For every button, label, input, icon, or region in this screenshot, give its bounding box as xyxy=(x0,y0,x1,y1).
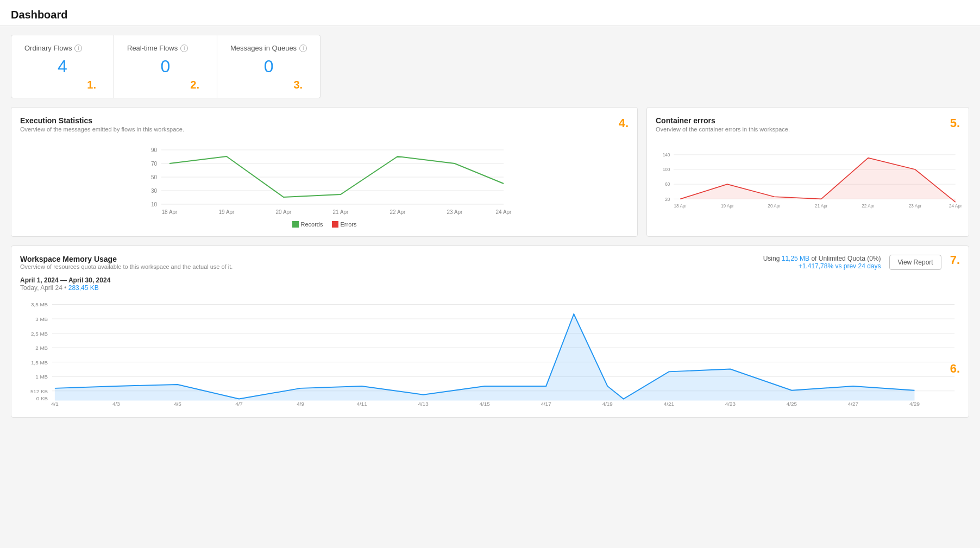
memory-chart-annotation: 6. xyxy=(950,362,960,376)
svg-text:4/13: 4/13 xyxy=(418,401,429,407)
svg-text:4/1: 4/1 xyxy=(51,401,59,407)
realtime-flows-label: Real-time Flows i xyxy=(127,44,204,52)
svg-text:4/21: 4/21 xyxy=(664,401,674,407)
svg-text:1 MB: 1 MB xyxy=(35,374,48,380)
memory-subtitle: Overview of resources quota available to… xyxy=(20,263,233,270)
memory-title: Workspace Memory Usage xyxy=(20,255,233,263)
execution-chart-title: Execution Statistics xyxy=(20,116,184,125)
stats-row: Ordinary Flows i 4 1. Real-time Flows i … xyxy=(11,35,969,98)
charts-row: Execution Statistics Overview of the mes… xyxy=(11,107,969,237)
container-errors-card: Container errors Overview of the contain… xyxy=(646,107,969,237)
legend-errors: Errors xyxy=(332,221,357,228)
svg-text:90: 90 xyxy=(151,147,158,153)
realtime-flows-value: 0 xyxy=(127,56,204,77)
svg-text:24 Apr: 24 Apr xyxy=(949,204,962,209)
svg-text:19 Apr: 19 Apr xyxy=(721,204,734,209)
legend-records: Records xyxy=(292,221,323,228)
svg-marker-25 xyxy=(680,158,955,203)
svg-text:4/29: 4/29 xyxy=(909,401,920,407)
ordinary-flows-card: Ordinary Flows i 4 1. xyxy=(11,35,114,98)
svg-text:60: 60 xyxy=(665,182,670,187)
svg-text:4/5: 4/5 xyxy=(174,401,181,407)
svg-text:4/17: 4/17 xyxy=(541,401,551,407)
container-errors-title: Container errors xyxy=(656,116,790,125)
svg-text:22 Apr: 22 Apr xyxy=(862,204,875,209)
page-title: Dashboard xyxy=(11,9,969,21)
svg-text:512 KB: 512 KB xyxy=(30,388,48,394)
svg-text:10: 10 xyxy=(151,201,158,207)
svg-marker-48 xyxy=(55,314,915,400)
messages-queues-label: Messages in Queues i xyxy=(230,44,307,52)
memory-usage-card: Workspace Memory Usage Overview of resou… xyxy=(11,245,969,418)
memory-annotation-7: 7. xyxy=(950,253,960,267)
realtime-flows-card: Real-time Flows i 0 2. xyxy=(114,35,217,98)
svg-text:140: 140 xyxy=(663,153,670,158)
container-errors-subtitle: Overview of the container errors in this… xyxy=(656,126,790,133)
main-content: Ordinary Flows i 4 1. Real-time Flows i … xyxy=(0,26,980,426)
svg-text:21 Apr: 21 Apr xyxy=(815,204,828,209)
svg-text:18 Apr: 18 Apr xyxy=(162,209,178,215)
svg-text:20: 20 xyxy=(665,197,670,202)
memory-chart-svg: 3,5 MB 3 MB 2,5 MB 2 MB 1,5 MB 1 MB 512 … xyxy=(20,298,960,407)
messages-queues-card: Messages in Queues i 0 3. xyxy=(217,35,321,98)
svg-text:2,5 MB: 2,5 MB xyxy=(31,331,48,337)
realtime-flows-number: 2. xyxy=(127,79,204,91)
svg-text:2 MB: 2 MB xyxy=(35,345,48,351)
svg-text:70: 70 xyxy=(151,161,158,167)
ordinary-flows-value: 4 xyxy=(24,56,100,77)
container-errors-annotation: 5. xyxy=(950,116,960,130)
svg-text:4/7: 4/7 xyxy=(235,401,243,407)
realtime-flows-info-icon[interactable]: i xyxy=(180,45,188,52)
svg-text:4/19: 4/19 xyxy=(602,401,613,407)
execution-chart-legend: Records Errors xyxy=(20,221,629,228)
execution-chart-annotation: 4. xyxy=(619,116,629,130)
svg-text:4/27: 4/27 xyxy=(848,401,858,407)
svg-text:24 Apr: 24 Apr xyxy=(496,209,512,215)
svg-text:22 Apr: 22 Apr xyxy=(390,209,406,215)
execution-chart-svg: 90 70 50 30 10 18 Apr 19 Apr 20 Apr 21 A… xyxy=(20,139,629,215)
svg-text:4/25: 4/25 xyxy=(787,401,797,407)
memory-today: Today, April 24 • 283,45 KB xyxy=(20,284,960,292)
svg-text:19 Apr: 19 Apr xyxy=(219,209,235,215)
svg-text:0 KB: 0 KB xyxy=(36,395,48,401)
messages-queues-info-icon[interactable]: i xyxy=(299,45,307,52)
svg-text:4/23: 4/23 xyxy=(725,401,736,407)
svg-text:3 MB: 3 MB xyxy=(35,316,48,322)
svg-text:1,5 MB: 1,5 MB xyxy=(31,360,48,366)
memory-meta: April 1, 2024 — April 30, 2024 Today, Ap… xyxy=(20,276,960,292)
execution-chart-subtitle: Overview of the messages emitted by flow… xyxy=(20,126,184,133)
svg-text:20 Apr: 20 Apr xyxy=(768,204,781,209)
execution-stats-card: Execution Statistics Overview of the mes… xyxy=(11,107,638,237)
messages-queues-number: 3. xyxy=(230,79,307,91)
svg-text:30: 30 xyxy=(151,188,158,194)
page-header: Dashboard xyxy=(0,0,980,26)
memory-period: April 1, 2024 — April 30, 2024 xyxy=(20,276,960,284)
ordinary-flows-label: Ordinary Flows i xyxy=(24,44,100,52)
ordinary-flows-info-icon[interactable]: i xyxy=(74,45,82,52)
usage-change: +1.417,78% vs prev 24 days xyxy=(763,262,881,270)
svg-text:50: 50 xyxy=(151,174,158,180)
svg-text:21 Apr: 21 Apr xyxy=(333,209,349,215)
legend-records-box xyxy=(292,221,299,228)
ordinary-flows-number: 1. xyxy=(24,79,100,91)
svg-text:20 Apr: 20 Apr xyxy=(276,209,292,215)
messages-queues-value: 0 xyxy=(230,56,307,77)
svg-text:3,5 MB: 3,5 MB xyxy=(31,301,48,307)
memory-today-value: 283,45 KB xyxy=(68,284,99,292)
svg-text:4/3: 4/3 xyxy=(112,401,120,407)
usage-amount: 11,25 MB xyxy=(782,255,809,262)
usage-info: Using 11,25 MB of Unlimited Quota (0%) +… xyxy=(763,255,881,270)
svg-text:23 Apr: 23 Apr xyxy=(909,204,922,209)
svg-text:18 Apr: 18 Apr xyxy=(674,204,687,209)
view-report-button[interactable]: View Report xyxy=(889,255,941,270)
svg-text:4/9: 4/9 xyxy=(297,401,304,407)
svg-text:23 Apr: 23 Apr xyxy=(447,209,463,215)
svg-text:100: 100 xyxy=(663,167,670,172)
svg-text:4/15: 4/15 xyxy=(480,401,491,407)
legend-errors-box xyxy=(332,221,338,228)
svg-text:4/11: 4/11 xyxy=(357,401,367,407)
container-errors-svg: 140 100 60 20 18 Apr 19 Apr 20 Apr 21 Ap… xyxy=(656,139,960,215)
